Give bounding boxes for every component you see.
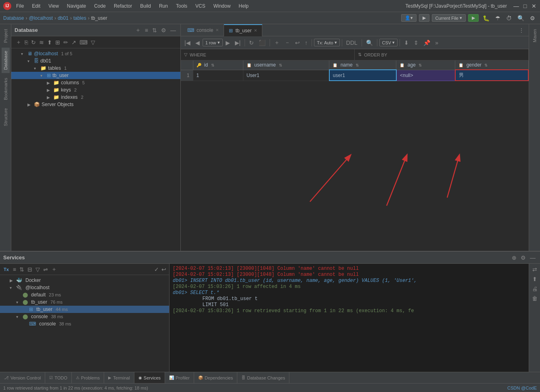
services-add-icon[interactable]: ⊕ bbox=[511, 254, 518, 262]
db-settings-icon[interactable]: ⚙ bbox=[160, 26, 167, 34]
tree-item-server-objects[interactable]: ▶ 📦 Server Objects bbox=[11, 101, 180, 108]
services-tree-default[interactable]: ⬤ default 23 ms bbox=[0, 291, 169, 298]
row-count-dropdown[interactable]: 1 row ▾ bbox=[203, 39, 223, 46]
tab-console[interactable]: ⌨ console ✕ bbox=[182, 24, 224, 36]
services-filter-icon[interactable]: ▽ bbox=[34, 265, 41, 273]
services-tree-docker[interactable]: ▶ 🐳 Docker bbox=[0, 277, 169, 284]
menu-vcs[interactable]: VCS bbox=[194, 2, 207, 10]
services-tree-tb-user[interactable]: ▾ ⬤ tb_user 76 ms bbox=[0, 298, 169, 306]
order-by-section[interactable]: ⇅ ORDER BY bbox=[355, 49, 529, 60]
menu-edit[interactable]: Edit bbox=[30, 2, 42, 10]
settings-button[interactable]: ⚙ bbox=[528, 14, 537, 22]
tab-tb-user[interactable]: ⊞ tb_user ✕ bbox=[224, 24, 262, 36]
profile-button[interactable]: ⏱ bbox=[504, 14, 513, 22]
cell-gender[interactable]: 男 bbox=[455, 70, 528, 81]
tree-item-keys[interactable]: ▶ 📁 keys 2 bbox=[11, 86, 180, 94]
search-everywhere-button[interactable]: 🔍 bbox=[516, 14, 526, 22]
sort-icon[interactable]: ⇅ bbox=[151, 26, 158, 34]
bottom-tab-database-changes[interactable]: 🗄 Database Changes bbox=[237, 372, 289, 384]
bottom-tab-services[interactable]: ◉ Services bbox=[134, 372, 165, 384]
submit-button[interactable]: ↑ bbox=[303, 38, 310, 47]
console-icon[interactable]: ⌨ bbox=[78, 38, 89, 46]
console-tab-close[interactable]: ✕ bbox=[216, 28, 219, 32]
bottom-tab-profiler[interactable]: 📊 Profiler bbox=[165, 372, 194, 384]
pin-button[interactable]: 📌 bbox=[421, 38, 432, 47]
close-button[interactable]: ✕ bbox=[531, 3, 537, 9]
cell-name[interactable]: user1 bbox=[329, 70, 396, 81]
user-icon-button[interactable]: 👤▾ bbox=[401, 14, 417, 22]
minimize-button[interactable]: — bbox=[513, 3, 519, 9]
col-username-header[interactable]: 📋 username ⇅ bbox=[243, 60, 329, 70]
bottom-tab-version-control[interactable]: ⎇ Version Control bbox=[0, 372, 45, 384]
add-row-button[interactable]: ＋ bbox=[272, 38, 282, 48]
services-minimize-icon[interactable]: — bbox=[529, 254, 537, 262]
col-name-header[interactable]: 📋 name ⇅ bbox=[329, 60, 396, 70]
first-row-button[interactable]: |◀ bbox=[182, 38, 193, 47]
more-button[interactable]: » bbox=[433, 38, 440, 47]
breadcrumb-db01[interactable]: db01 bbox=[58, 15, 69, 21]
next-row-button[interactable]: ▶ bbox=[224, 38, 232, 47]
services-list-icon[interactable]: ≡ bbox=[12, 265, 17, 273]
revert-button[interactable]: ↩ bbox=[293, 38, 302, 47]
menu-view[interactable]: View bbox=[47, 2, 61, 10]
filter-icon[interactable]: ▽ bbox=[90, 38, 96, 46]
col-id-header[interactable]: 🔑 id ⇅ bbox=[193, 60, 243, 70]
subtract-row-button[interactable]: － bbox=[283, 38, 292, 48]
menu-window[interactable]: Window bbox=[212, 2, 232, 10]
tree-item-indexes[interactable]: ▶ 📁 indexes 2 bbox=[11, 94, 180, 101]
ddl-button[interactable]: DDL bbox=[344, 38, 360, 47]
services-group-icon[interactable]: ⊟ bbox=[26, 265, 33, 273]
import-icon[interactable]: ⬆ bbox=[46, 38, 53, 46]
cell-age[interactable]: <null> bbox=[396, 70, 455, 81]
run-button[interactable]: ▶ bbox=[468, 14, 479, 22]
sidebar-tab-project[interactable]: Project bbox=[2, 26, 10, 46]
services-settings-icon[interactable]: ⚙ bbox=[519, 254, 527, 262]
console-side-format-icon[interactable]: ⇄ bbox=[531, 265, 538, 273]
services-tree-localhost[interactable]: ▾ 🔌 @localhost bbox=[0, 284, 169, 291]
col-age-header[interactable]: 📋 age ⇅ bbox=[396, 60, 455, 70]
where-section[interactable]: ▽ WHERE bbox=[181, 49, 355, 60]
maven-tab[interactable]: Maven bbox=[531, 26, 539, 46]
console-output[interactable]: [2024-02-07 15:02:13] [23000][1048] Colu… bbox=[170, 264, 529, 372]
edit-icon[interactable]: ✏ bbox=[62, 38, 69, 46]
menu-build[interactable]: Build bbox=[138, 2, 153, 10]
services-add-service-icon[interactable]: ＋ bbox=[50, 265, 58, 274]
refresh-data-button[interactable]: ↻ bbox=[247, 38, 256, 47]
format-button[interactable]: ⇕ bbox=[412, 38, 421, 47]
tree-item-db01[interactable]: ▾ 🗄 db01 bbox=[11, 57, 180, 65]
sidebar-tab-database[interactable]: Database bbox=[2, 48, 10, 73]
menu-file[interactable]: File bbox=[15, 2, 25, 10]
menu-run[interactable]: Run bbox=[157, 2, 170, 10]
services-tree-console[interactable]: ▾ ⬤ console 38 ms bbox=[0, 313, 169, 320]
list-view-icon[interactable]: ≡ bbox=[144, 26, 149, 34]
coverage-button[interactable]: ☂ bbox=[494, 14, 502, 22]
cell-id[interactable]: 1 bbox=[193, 70, 243, 81]
breadcrumb-localhost[interactable]: @localhost bbox=[29, 15, 53, 21]
menu-tools[interactable]: Tools bbox=[174, 2, 189, 10]
sidebar-tab-bookmarks[interactable]: Bookmarks bbox=[2, 75, 10, 103]
bottom-tab-todo[interactable]: ☑ TODO bbox=[45, 372, 72, 384]
debug-button[interactable]: 🐛 bbox=[481, 14, 491, 22]
services-sort-icon[interactable]: ⇌ bbox=[42, 265, 49, 273]
new-table-icon[interactable]: ＋ bbox=[15, 38, 23, 47]
sidebar-tab-structure[interactable]: Structure bbox=[2, 105, 10, 129]
stop-button[interactable]: ⬛ bbox=[257, 38, 268, 47]
tree-item-columns[interactable]: ▶ 📁 columns 5 bbox=[11, 79, 180, 86]
services-collapse-icon[interactable]: ⇅ bbox=[18, 265, 25, 273]
copy-icon[interactable]: ⎘ bbox=[23, 38, 29, 46]
grid-icon[interactable]: ⊞ bbox=[54, 38, 61, 46]
bottom-tab-terminal[interactable]: ▶ Terminal bbox=[104, 372, 134, 384]
jump-icon[interactable]: ↗ bbox=[70, 38, 77, 46]
breadcrumb-tables[interactable]: tables bbox=[73, 15, 86, 21]
close-panel-icon[interactable]: — bbox=[169, 26, 177, 34]
export-button[interactable]: ⬇ bbox=[402, 38, 411, 47]
run-config-button[interactable]: ▶ bbox=[419, 14, 429, 22]
tree-item-localhost[interactable]: ▾ 🖥 @localhost 1 of 5 bbox=[11, 50, 180, 57]
breadcrumb-database[interactable]: Database bbox=[3, 15, 24, 21]
menu-navigate[interactable]: Navigate bbox=[65, 2, 88, 10]
tx-dropdown[interactable]: Tx: Auto ▾ bbox=[314, 39, 339, 46]
bottom-tab-problems[interactable]: ⚠ Problems bbox=[72, 372, 104, 384]
console-side-print-icon[interactable]: 🖨 bbox=[531, 285, 539, 293]
tree-item-tb-user[interactable]: ▾ ⊞ tb_user bbox=[11, 72, 180, 79]
prev-row-button[interactable]: ◀ bbox=[193, 38, 202, 47]
